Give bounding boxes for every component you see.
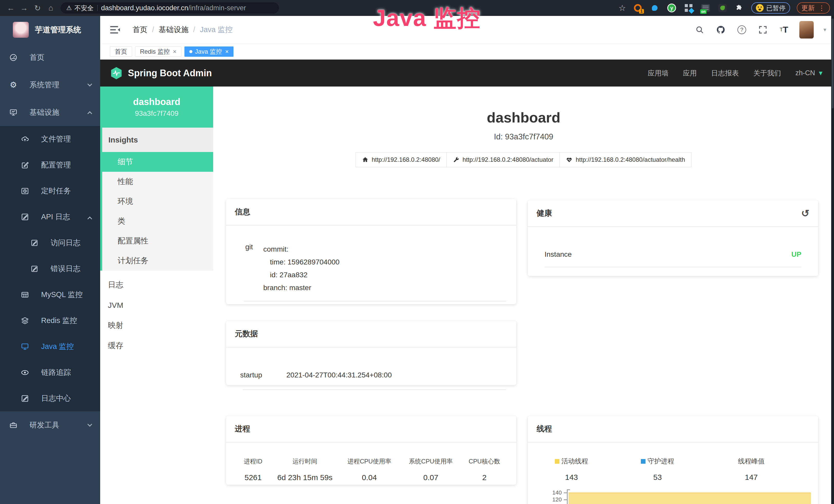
breadcrumb: 首页 / 基础设施 / Java 监控 [133,25,233,35]
sba-menu-configprops[interactable]: 配置属性 [102,231,213,251]
app-logo-row[interactable]: 芋道管理系统 [0,16,100,44]
sba-nav-wallboard[interactable]: 应用墙 [648,69,668,78]
sidebar-item-system[interactable]: ⚙ 系统管理 [0,71,100,98]
sidebar-item-scheduled-jobs[interactable]: 定时任务 [0,178,100,204]
home-icon[interactable]: ⌂ [44,4,58,12]
wrench-icon [453,156,460,163]
sidebar-item-redis-monitor[interactable]: Redis 监控 [0,307,100,334]
page-scrollbar[interactable] [831,16,834,504]
sba-menu-caches[interactable]: 缓存 [100,336,213,356]
sidebar-item-dev-tools[interactable]: 研发工具 [0,411,100,439]
address-bar[interactable]: ⚠ 不安全 dashboard.yudao.iocoder.cn /infra/… [61,2,279,14]
sidebar-item-trace[interactable]: 链路追踪 [0,360,100,385]
info-key: git [226,243,263,294]
dashboard-icon [9,53,18,62]
edit-square-icon [21,161,29,169]
sidebar-item-api-log[interactable]: API 日志 [0,204,100,230]
gear-icon: ⚙ [9,80,18,90]
card-title: 信息 [235,207,250,217]
sidebar-item-log-center[interactable]: 日志中心 [0,385,100,411]
back-icon[interactable]: ← [4,4,18,12]
tab-java-monitor[interactable]: Java 监控 × [184,46,234,57]
sidebar-item-access-log[interactable]: 访问日志 [0,230,100,256]
update-label: 更新 [802,4,815,13]
legend-daemon-threads: 守护进程 [615,457,700,466]
process-card: 进程 进程ID 运行时间 进程CPU使用率 系统CPU使用率 CPU核心数 [226,416,516,485]
sidebar-item-infrastructure[interactable]: 基础设施 [0,98,100,126]
sba-menu-jvm[interactable]: JVM [100,295,213,315]
reload-icon[interactable]: ↻ [31,4,44,13]
process-card-header: 进程 [226,416,516,442]
help-icon[interactable]: ? [736,24,747,36]
sba-menu-classes[interactable]: 类 [102,211,213,231]
avatar-caret-icon[interactable]: ▾ [824,26,826,33]
extension-pin-icon[interactable] [650,3,660,13]
extension-leaf-icon[interactable] [717,3,728,13]
sba-nav-journal[interactable]: 日志报表 [711,69,739,78]
user-avatar[interactable] [799,21,814,39]
fullscreen-icon[interactable] [757,24,768,36]
browser-update-button[interactable]: 更新 ⋮ [797,2,830,14]
monitor-icon [9,108,18,117]
forward-icon[interactable]: → [18,4,31,12]
sba-menu-scheduled-tasks[interactable]: 计划任务 [102,251,213,271]
extensions-puzzle-icon[interactable] [734,3,745,13]
bookmark-star-icon[interactable]: ☆ [618,3,626,13]
sba-instance-header[interactable]: dashboard 93a3fc7f7409 [100,87,213,128]
health-url-button[interactable]: http://192.168.0.2:48080/actuator/health [559,152,692,167]
health-instance-row[interactable]: Instance UP [545,250,802,258]
close-icon[interactable]: × [225,48,228,55]
chevron-up-icon [87,216,92,221]
sidebar-item-file-management[interactable]: 文件管理 [0,126,100,152]
sba-menu-details[interactable]: 细节 [102,152,213,172]
process-col-sys-cpu: 系统CPU使用率 [400,457,462,465]
breadcrumb-separator: / [193,25,195,34]
metadata-card: 元数据 startup 2021-04-27T00:44:31.254+08:0… [226,321,516,385]
breadcrumb-section[interactable]: 基础设施 [159,25,189,35]
history-icon[interactable]: ↺ [801,208,809,219]
sidebar-item-error-log[interactable]: 错误日志 [0,256,100,282]
font-size-icon[interactable]: TT [778,24,790,36]
threads-card-header: 线程 [528,416,818,442]
actuator-url-button[interactable]: http://192.168.0.2:48080/actuator [446,152,560,167]
home-icon [362,156,369,163]
sba-menu-environment[interactable]: 环境 [102,191,213,211]
sba-locale-select[interactable]: zh-CN ▼ [795,69,824,77]
sba-menu-logs[interactable]: 日志 [100,275,213,295]
sidebar-item-home[interactable]: 首页 [0,44,100,71]
sba-main-content: dashboard Id: 93a3fc7f7409 http://192.16… [213,87,834,504]
metadata-card-header: 元数据 [226,321,516,347]
sidebar-item-config-management[interactable]: 配置管理 [0,152,100,178]
timer-box-icon [21,187,29,195]
sidebar-item-label: 配置管理 [41,160,71,170]
sba-nav-applications[interactable]: 应用 [683,69,697,78]
github-icon[interactable] [715,24,726,36]
hamburger-fold-icon[interactable] [109,24,121,36]
extension-switch-on-icon[interactable]: on [700,3,711,13]
search-icon[interactable] [694,24,705,36]
sidebar-item-label: 文件管理 [41,134,71,144]
scrollbar-thumb[interactable] [832,19,833,108]
sba-menu-metrics[interactable]: 性能 [102,172,213,191]
annotation-overlay-text: Java 监控 [373,3,481,34]
service-url-button[interactable]: http://192.168.0.2:48080/ [355,152,447,167]
tab-label: Java 监控 [195,47,222,56]
profile-paused-pill[interactable]: 已暂停 [751,2,790,14]
breadcrumb-home[interactable]: 首页 [133,25,148,35]
browser-menu-icon[interactable]: ⋮ [818,4,825,12]
y-tick-120: 120 [544,497,562,502]
tab-redis-monitor[interactable]: Redis 监控 × [135,46,181,57]
sidebar-item-mysql-monitor[interactable]: MySQL 监控 [0,282,100,307]
sidebar-item-java-monitor[interactable]: Java 监控 [0,334,100,360]
eye-icon [21,368,29,377]
tab-home[interactable]: 首页 [110,46,132,57]
extension-grid-icon[interactable] [683,3,694,13]
close-icon[interactable]: × [173,48,176,55]
y-tick-140: 140 [544,490,562,496]
sba-menu-mappings[interactable]: 映射 [100,315,213,336]
info-card-body: git commit: time: 1596289704000 id: 27aa… [226,225,516,294]
sba-nav-about[interactable]: 关于我们 [753,69,781,78]
sba-brand[interactable]: Spring Boot Admin [110,67,212,79]
extension-y-icon[interactable]: y [666,3,677,13]
extension-colorpicker-icon[interactable]: 1 [633,3,643,13]
